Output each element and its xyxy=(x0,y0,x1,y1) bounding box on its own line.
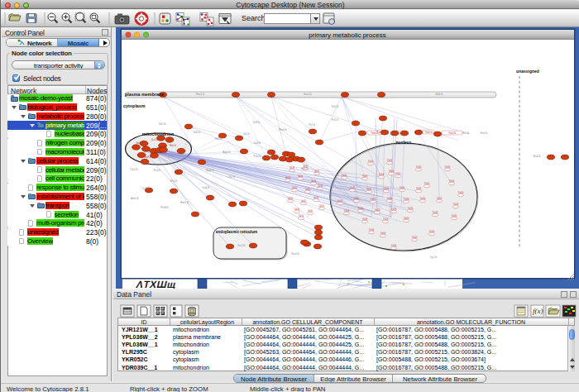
svg-text:Yol-lk: Yol-lk xyxy=(301,199,307,203)
svg-text:Ynl-lk: Ynl-lk xyxy=(458,191,464,194)
svg-text:Hxt2-lk: Hxt2-lk xyxy=(215,137,223,141)
svg-text:Ybr1-lk: Ybr1-lk xyxy=(159,122,166,126)
svg-text:Thi7-lk: Thi7-lk xyxy=(309,123,316,127)
svg-text:Ynl-lk: Ynl-lk xyxy=(379,173,385,176)
svg-text:Yol-lk: Yol-lk xyxy=(308,209,313,213)
svg-text:nucleus: nucleus xyxy=(396,140,412,145)
svg-text:Yol-lk: Yol-lk xyxy=(318,184,323,188)
svg-text:Ynl-lk: Ynl-lk xyxy=(412,236,418,239)
svg-text:Yol-lk: Yol-lk xyxy=(314,170,320,173)
svg-text:Atm1-lk: Atm1-lk xyxy=(131,197,139,200)
svg-text:Pma1-lk: Pma1-lk xyxy=(196,93,205,96)
svg-text:Yhm2-lk: Yhm2-lk xyxy=(448,131,457,135)
svg-text:Itr1-lk: Itr1-lk xyxy=(244,132,251,136)
svg-text:Ynl-lk: Ynl-lk xyxy=(366,188,372,191)
svg-text:Ynl-lk: Ynl-lk xyxy=(387,197,393,200)
svg-text:Crc1-lk: Crc1-lk xyxy=(142,187,150,190)
svg-text:Ynl-lk: Ynl-lk xyxy=(404,198,409,201)
svg-text:Ynl-lk: Ynl-lk xyxy=(400,186,405,189)
svg-text:Ynl-lk: Ynl-lk xyxy=(416,165,422,169)
svg-text:Vrg4-lk: Vrg4-lk xyxy=(203,186,210,189)
svg-text:Atp4-lk: Atp4-lk xyxy=(136,141,144,145)
svg-text:Yol-lk: Yol-lk xyxy=(294,208,300,211)
svg-text:Ynl-lk: Ynl-lk xyxy=(437,197,443,200)
svg-text:Ynl-lk: Ynl-lk xyxy=(375,208,380,212)
svg-text:Flc2-lk: Flc2-lk xyxy=(462,131,470,135)
svg-text:Ptr2-lk: Ptr2-lk xyxy=(332,118,339,122)
svg-text:Ynl-lk: Ynl-lk xyxy=(358,207,364,210)
svg-text:Ynl-lk: Ynl-lk xyxy=(391,244,397,247)
svg-text:Ynl-lk: Ynl-lk xyxy=(344,209,350,213)
svg-text:Ynl-lk: Ynl-lk xyxy=(429,230,435,233)
svg-text:Fcy2-lk: Fcy2-lk xyxy=(253,155,261,158)
svg-text:Ena1-lk: Ena1-lk xyxy=(304,93,312,96)
svg-text:Sec2-lk: Sec2-lk xyxy=(237,244,246,247)
svg-text:Ynl-lk: Ynl-lk xyxy=(391,208,397,211)
svg-text:Ynl-lk: Ynl-lk xyxy=(368,160,374,163)
svg-text:Hnm1-lk: Hnm1-lk xyxy=(180,201,189,204)
svg-text:Yol-lk: Yol-lk xyxy=(298,174,304,178)
svg-text:Atp7-lk: Atp7-lk xyxy=(145,155,152,159)
svg-text:Yol-lk: Yol-lk xyxy=(292,186,298,189)
svg-text:Dal4-lk: Dal4-lk xyxy=(254,141,261,145)
svg-text:Ynl-lk: Ynl-lk xyxy=(395,172,401,175)
svg-text:Yol-lk: Yol-lk xyxy=(285,176,291,179)
svg-text:f(x): f(x) xyxy=(533,307,543,315)
svg-text:Sec6-lk: Sec6-lk xyxy=(291,252,299,256)
svg-text:Ynl-lk: Ynl-lk xyxy=(445,165,451,169)
svg-text:Ynl-lk: Ynl-lk xyxy=(453,203,459,206)
svg-text:Ynl-lk: Ynl-lk xyxy=(449,179,455,183)
svg-text:Yol-lk: Yol-lk xyxy=(319,204,325,208)
svg-text:Ynl-lk: Ynl-lk xyxy=(404,217,409,220)
svg-text:unassigned: unassigned xyxy=(516,69,539,74)
svg-text:Ynl-lk: Ynl-lk xyxy=(350,186,356,189)
svg-text:Pic2-lk: Pic2-lk xyxy=(154,169,161,172)
svg-text:Ynl-lk: Ynl-lk xyxy=(387,159,393,162)
svg-text:Fre4-lk: Fre4-lk xyxy=(481,131,488,135)
svg-text:Ynl-lk: Ynl-lk xyxy=(384,187,390,190)
svg-text:Pho4-lk: Pho4-lk xyxy=(279,128,287,131)
svg-text:Vba4-lk: Vba4-lk xyxy=(533,155,541,158)
svg-text:Ynl-lk: Ynl-lk xyxy=(362,218,368,221)
svg-text:primary metabolic process: primary metabolic process xyxy=(309,31,385,39)
svg-text:Ynl-lk: Ynl-lk xyxy=(452,214,457,218)
svg-text:Yol-lk: Yol-lk xyxy=(290,166,295,170)
svg-text:Tat2-lk: Tat2-lk xyxy=(228,175,236,179)
svg-text:Ynl-lk: Ynl-lk xyxy=(424,182,430,185)
svg-text:Yol-lk: Yol-lk xyxy=(311,179,317,183)
svg-text:Ynl-lk: Ynl-lk xyxy=(383,218,389,221)
svg-text:Fui1-lk: Fui1-lk xyxy=(332,105,339,108)
svg-text:Mid1-lk: Mid1-lk xyxy=(435,93,443,96)
svg-text:Bap2-lk: Bap2-lk xyxy=(206,169,214,172)
svg-text:Ynl-lk: Ynl-lk xyxy=(380,232,386,235)
svg-text:Mir1-lk: Mir1-lk xyxy=(170,179,178,183)
svg-text:Ctp1-lk: Ctp1-lk xyxy=(131,168,138,171)
svg-text:Gal2-lk: Gal2-lk xyxy=(194,131,201,134)
svg-text:Yol-lk: Yol-lk xyxy=(288,197,294,200)
svg-text:Rip1-lk: Rip1-lk xyxy=(170,144,177,147)
svg-text:Ynl-lk: Ynl-lk xyxy=(433,211,438,214)
svg-text:mitochondrion: mitochondrion xyxy=(142,131,175,136)
svg-text:endoplasmic reticulum: endoplasmic reticulum xyxy=(216,230,257,234)
svg-text:Hol1-lk: Hol1-lk xyxy=(301,167,309,170)
svg-text:Ynl-lk: Ynl-lk xyxy=(389,170,395,173)
svg-text:cytoplasm: cytoplasm xyxy=(123,103,146,108)
svg-text:Pho8-lk: Pho8-lk xyxy=(160,206,169,209)
svg-text:Ynl-lk: Ynl-lk xyxy=(371,198,376,201)
svg-text:Ynl-lk: Ynl-lk xyxy=(354,197,360,200)
svg-text:Ynl-lk: Ynl-lk xyxy=(420,197,426,200)
svg-text:Ynl-lk: Ynl-lk xyxy=(416,187,422,190)
svg-text:Yhm2-lk: Yhm2-lk xyxy=(424,131,433,134)
svg-text:Yol-lk: Yol-lk xyxy=(299,214,304,218)
svg-text:Ynl-lk: Ynl-lk xyxy=(408,207,414,210)
svg-text:Sul1-lk: Sul1-lk xyxy=(253,121,261,124)
svg-text:plasma membrane: plasma membrane xyxy=(125,92,164,97)
svg-text:Cor1-lk: Cor1-lk xyxy=(160,151,167,155)
svg-text:Yol-lk: Yol-lk xyxy=(305,188,311,191)
svg-text:Ynl-lk: Ynl-lk xyxy=(369,228,375,232)
svg-text:Ynl-lk: Ynl-lk xyxy=(337,199,343,203)
svg-text:Qcr2-lk: Qcr2-lk xyxy=(151,138,159,141)
svg-text:Ynl-lk: Ynl-lk xyxy=(342,174,347,177)
svg-text:Yol-lk: Yol-lk xyxy=(313,196,319,199)
svg-text:Ynl-lk: Ynl-lk xyxy=(362,174,368,178)
